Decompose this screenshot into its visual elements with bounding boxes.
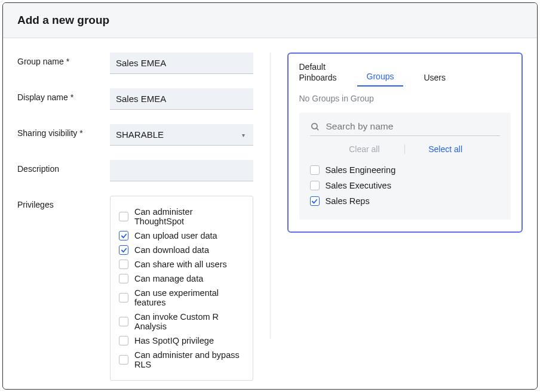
privilege-row: Can upload user data bbox=[119, 229, 244, 243]
sharing-visibility-label: Sharing visibility * bbox=[17, 124, 110, 138]
privileges-label: Privileges bbox=[17, 196, 110, 209]
privilege-checkbox[interactable] bbox=[119, 293, 128, 303]
group-row: Sales Engineering bbox=[310, 162, 501, 178]
groups-column: DefaultPinboards Groups Users No Groups … bbox=[287, 53, 523, 390]
clear-all-button[interactable]: Clear all bbox=[324, 144, 406, 154]
privilege-label: Can share with all users bbox=[134, 260, 227, 269]
privilege-label: Can administer ThoughtSpot bbox=[134, 207, 244, 226]
modal-header: Add a new group bbox=[3, 3, 537, 38]
privilege-label: Can download data bbox=[134, 245, 209, 255]
tab-users[interactable]: Users bbox=[424, 73, 446, 87]
groups-panel: DefaultPinboards Groups Users No Groups … bbox=[287, 53, 523, 233]
group-checkbox[interactable] bbox=[310, 165, 320, 175]
search-row bbox=[310, 121, 501, 136]
privilege-checkbox[interactable] bbox=[119, 212, 128, 221]
vertical-divider bbox=[270, 53, 271, 339]
sharing-visibility-select[interactable] bbox=[110, 124, 253, 146]
add-group-modal: Add a new group Group name * Display nam… bbox=[2, 2, 538, 390]
privilege-label: Has SpotIQ privilege bbox=[134, 336, 214, 345]
group-label: Sales Executives bbox=[326, 181, 391, 190]
privilege-checkbox[interactable] bbox=[119, 336, 128, 345]
privilege-row: Can share with all users bbox=[119, 257, 244, 271]
display-name-label: Display name * bbox=[17, 88, 110, 102]
privilege-checkbox[interactable] bbox=[119, 274, 128, 283]
select-all-button[interactable]: Select all bbox=[405, 144, 486, 154]
privilege-label: Can invoke Custom R Analysis bbox=[134, 312, 244, 331]
group-row: Sales Reps bbox=[310, 193, 501, 209]
privilege-label: Can use experimental features bbox=[134, 288, 244, 307]
svg-point-0 bbox=[311, 123, 317, 128]
svg-line-1 bbox=[316, 128, 318, 129]
privilege-row: Can invoke Custom R Analysis bbox=[119, 310, 244, 334]
privilege-checkbox[interactable] bbox=[119, 231, 128, 240]
search-icon bbox=[310, 122, 320, 132]
group-label: Sales Engineering bbox=[326, 165, 396, 175]
privilege-checkbox[interactable] bbox=[119, 355, 128, 365]
modal-title: Add a new group bbox=[17, 14, 523, 27]
tabs-bar: DefaultPinboards Groups Users bbox=[299, 62, 511, 87]
sharing-visibility-row: Sharing visibility * ▾ bbox=[17, 124, 253, 146]
display-name-row: Display name * bbox=[17, 88, 253, 110]
privilege-row: Can download data bbox=[119, 243, 244, 257]
privilege-row: Has SpotIQ privilege bbox=[119, 334, 244, 348]
description-label: Description bbox=[17, 160, 110, 174]
privilege-label: Can upload user data bbox=[134, 231, 217, 240]
bulk-actions-row: Clear all Select all bbox=[310, 144, 501, 154]
tab-default-pinboards[interactable]: DefaultPinboards bbox=[299, 62, 337, 87]
privilege-label: Can administer and bypass RLS bbox=[134, 350, 244, 369]
search-input[interactable] bbox=[326, 121, 501, 132]
group-checkbox[interactable] bbox=[310, 196, 320, 206]
group-label: Sales Reps bbox=[326, 196, 370, 206]
privilege-row: Can administer ThoughtSpot bbox=[119, 205, 244, 229]
group-checkbox[interactable] bbox=[310, 181, 320, 190]
privilege-checkbox[interactable] bbox=[119, 317, 128, 326]
privileges-box: Can administer ThoughtSpotCan upload use… bbox=[110, 196, 253, 381]
privilege-label: Can manage data bbox=[134, 274, 203, 283]
description-row: Description bbox=[17, 160, 253, 181]
form-column: Group name * Display name * Sharing visi… bbox=[17, 53, 253, 390]
group-name-row: Group name * bbox=[17, 53, 253, 74]
privileges-row: Privileges Can administer ThoughtSpotCan… bbox=[17, 196, 253, 381]
no-groups-text: No Groups in Group bbox=[299, 94, 511, 103]
group-name-input[interactable] bbox=[110, 53, 253, 74]
group-name-label: Group name * bbox=[17, 53, 110, 66]
privilege-row: Can manage data bbox=[119, 271, 244, 286]
privilege-row: Can administer and bypass RLS bbox=[119, 348, 244, 372]
tab-groups[interactable]: Groups bbox=[357, 72, 404, 87]
display-name-input[interactable] bbox=[110, 88, 253, 110]
search-container: Clear all Select all Sales EngineeringSa… bbox=[299, 113, 511, 220]
privilege-checkbox[interactable] bbox=[119, 245, 128, 255]
description-input[interactable] bbox=[110, 160, 253, 181]
modal-body: Group name * Display name * Sharing visi… bbox=[3, 38, 537, 390]
group-row: Sales Executives bbox=[310, 178, 501, 193]
privilege-checkbox[interactable] bbox=[119, 260, 128, 269]
group-list: Sales EngineeringSales ExecutivesSales R… bbox=[310, 162, 501, 209]
privilege-row: Can use experimental features bbox=[119, 286, 244, 310]
